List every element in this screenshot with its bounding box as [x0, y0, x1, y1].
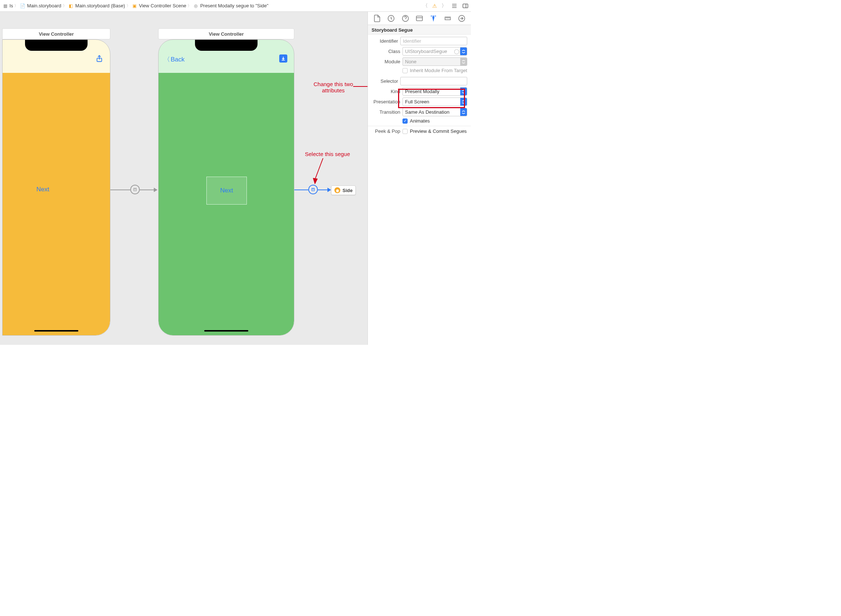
animates-label: Animates	[410, 118, 430, 124]
segue-connector-selected	[318, 189, 327, 190]
presentation-row: Presentation Full Screen	[372, 98, 467, 106]
inspector-form: Identifier Class UIStoryboardSegue ◯ Mod…	[368, 35, 471, 140]
identity-inspector-tab[interactable]	[415, 14, 423, 22]
storyboard-canvas[interactable]: View Controller Next	[0, 12, 368, 345]
crumb-storyboard[interactable]: 📄 Main.storyboard	[19, 3, 61, 9]
chevron-down-icon[interactable]	[460, 108, 467, 116]
crumb-label: View Controller Scene	[139, 3, 186, 9]
animates-checkbox[interactable]: ✓	[403, 119, 407, 124]
size-inspector-tab[interactable]	[444, 14, 452, 22]
crumb-root[interactable]: ▦ ls	[2, 3, 13, 9]
svg-line-13	[315, 158, 323, 180]
presentation-select[interactable]: Full Screen	[403, 98, 467, 106]
breadcrumb: ▦ ls 〉 📄 Main.storyboard 〉 ◧ Main.storyb…	[2, 3, 423, 9]
chevron-down-icon[interactable]	[460, 88, 467, 95]
inherit-row: Inherit Module From Target	[372, 68, 467, 73]
select-value: Full Screen	[403, 99, 460, 104]
svg-rect-20	[431, 15, 433, 16]
field-label: Presentation	[372, 99, 400, 104]
crumb-label: ls	[10, 3, 13, 9]
nav-fwd-icon[interactable]: 〉	[441, 3, 447, 9]
inspector-section-title: Storyboard Segue	[368, 25, 471, 35]
inspector-tabs	[368, 12, 471, 25]
crumb-storyboard-base[interactable]: ◧ Main.storyboard (Base)	[68, 3, 125, 9]
scene-icon: ▣	[132, 3, 138, 9]
kind-select[interactable]: Present Modally	[403, 87, 467, 96]
arrow-right-icon	[327, 188, 331, 192]
svg-rect-9	[312, 188, 315, 191]
chevron-down-icon[interactable]	[460, 98, 467, 106]
chevron-down-icon[interactable]	[460, 58, 467, 66]
assistant-toggle-icon[interactable]	[462, 3, 469, 9]
target-icon[interactable]: ◯	[454, 48, 460, 54]
animates-row: ✓ Animates	[372, 118, 467, 124]
button-label: Next	[220, 187, 233, 194]
transition-row: Transition Same As Destination	[372, 108, 467, 116]
scene-title-1[interactable]: View Controller	[2, 28, 110, 40]
inspector-panel: Storyboard Segue Identifier Class UIStor…	[368, 12, 471, 345]
class-select[interactable]: UIStoryboardSegue ◯	[403, 47, 467, 56]
field-label: Kind	[372, 89, 400, 94]
kind-row: Kind Present Modally	[372, 87, 467, 96]
selector-field[interactable]	[400, 77, 467, 85]
select-value: None	[403, 59, 460, 65]
share-icon[interactable]	[95, 54, 103, 65]
segue-node-selected[interactable]	[308, 185, 318, 194]
chevron-right-icon: 〉	[188, 3, 191, 9]
identifier-field[interactable]	[400, 37, 467, 45]
outline-toggle-icon[interactable]	[451, 3, 458, 9]
container-view[interactable]: Next	[207, 177, 247, 205]
chevron-down-icon[interactable]	[460, 47, 467, 55]
svg-rect-21	[435, 15, 436, 16]
field-label: Identifier	[372, 38, 398, 44]
help-inspector-tab[interactable]	[401, 14, 409, 22]
attributes-inspector-tab[interactable]	[429, 14, 437, 22]
scene-title-2[interactable]: View Controller	[158, 28, 294, 40]
side-reference-chip[interactable]: ◉ Side	[331, 185, 356, 195]
file-inspector-tab[interactable]	[373, 14, 381, 22]
next-button[interactable]: Next	[37, 186, 49, 193]
annotation-arrow-icon	[353, 84, 368, 89]
nav-back-icon[interactable]: 〈	[423, 3, 428, 9]
select-value: Same As Destination	[403, 109, 460, 115]
chevron-left-icon: 〈	[164, 55, 170, 64]
module-select[interactable]: None	[403, 57, 467, 66]
device-frame-1[interactable]: Next	[2, 40, 110, 336]
annotation-select-segue: Selecte this segue	[298, 151, 357, 157]
crumb-label: Present Modally segue to "Side"	[200, 3, 268, 9]
jump-bar: ▦ ls 〉 📄 Main.storyboard 〉 ◧ Main.storyb…	[0, 0, 471, 12]
svg-rect-18	[416, 16, 423, 21]
crumb-label: Main.storyboard	[27, 3, 61, 9]
folder-icon: ▦	[2, 3, 8, 9]
jump-bar-tools: 〈 ⚠︎ 〉	[423, 3, 469, 9]
peek-checkbox[interactable]	[403, 129, 407, 134]
inherit-checkbox[interactable]	[403, 68, 407, 73]
device-frame-2[interactable]: 〈 Back Next	[158, 40, 294, 336]
chip-label: Side	[343, 188, 352, 193]
chevron-right-icon: 〉	[126, 3, 130, 9]
back-label: Back	[171, 56, 185, 63]
back-button[interactable]: 〈 Back	[164, 55, 185, 64]
crumb-scene[interactable]: ▣ View Controller Scene	[132, 3, 186, 9]
download-icon[interactable]	[279, 54, 287, 63]
transition-select[interactable]: Same As Destination	[403, 108, 467, 116]
history-inspector-tab[interactable]	[387, 14, 395, 22]
home-indicator-icon	[34, 330, 78, 331]
field-label: Module	[372, 59, 400, 65]
storyboard-icon: ◧	[68, 3, 74, 9]
peek-row: Peek & Pop Preview & Commit Segues	[372, 128, 467, 134]
selector-row: Selector	[372, 77, 467, 85]
segue-connector	[140, 189, 154, 190]
connections-inspector-tab[interactable]	[458, 14, 466, 22]
identifier-row: Identifier	[372, 37, 467, 45]
device-notch-icon	[25, 40, 88, 51]
crumb-segue[interactable]: ◎ Present Modally segue to "Side"	[193, 3, 268, 9]
button-label: Next	[37, 186, 49, 193]
arrow-right-icon	[154, 188, 157, 192]
segue-icon: ◎	[193, 3, 199, 9]
field-label: Selector	[372, 78, 398, 84]
warning-icon[interactable]: ⚠︎	[432, 3, 437, 9]
scene-title-label: View Controller	[209, 31, 243, 37]
segue-node-present[interactable]	[130, 185, 140, 194]
home-indicator-icon	[204, 330, 248, 331]
